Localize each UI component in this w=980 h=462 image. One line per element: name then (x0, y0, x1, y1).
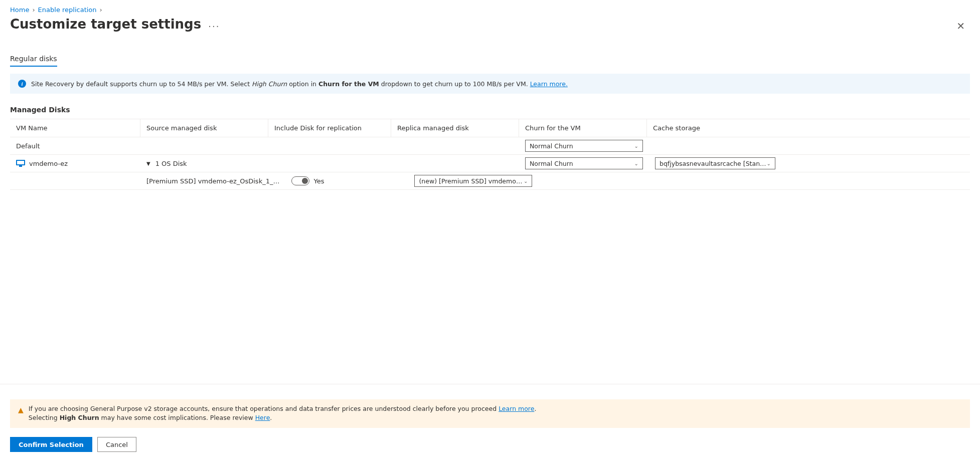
managed-disks-table: VM Name Source managed disk Include Disk… (10, 119, 970, 190)
vm-churn-dropdown[interactable]: Normal Churn ⌄ (525, 157, 643, 169)
info-learn-more-link[interactable]: Learn more. (530, 80, 568, 88)
table-header: VM Name Source managed disk Include Disk… (10, 119, 970, 137)
table-row-default: Default Normal Churn ⌄ (10, 137, 970, 155)
managed-disks-heading: Managed Disks (10, 106, 970, 114)
include-disk-toggle[interactable] (291, 176, 309, 185)
more-actions-icon[interactable]: ··· (208, 21, 220, 32)
confirm-selection-button[interactable]: Confirm Selection (10, 437, 92, 452)
chevron-down-icon: ⌄ (634, 143, 638, 149)
chevron-right-icon: › (32, 6, 35, 14)
col-replica: Replica managed disk (391, 119, 519, 137)
col-include: Include Disk for replication (268, 119, 391, 137)
table-row-vm: vmdemo-ez ▼ 1 OS Disk Normal Churn ⌄ bqf… (10, 155, 970, 172)
vm-name: vmdemo-ez (29, 160, 68, 167)
os-disk-summary: 1 OS Disk (155, 160, 187, 167)
chevron-right-icon: › (100, 6, 102, 14)
include-disk-label: Yes (313, 177, 324, 185)
info-banner: i Site Recovery by default supports chur… (10, 74, 970, 94)
page-title: Customize target settings (10, 17, 201, 32)
col-source: Source managed disk (140, 119, 268, 137)
tab-regular-disks[interactable]: Regular disks (10, 52, 57, 67)
cache-storage-dropdown[interactable]: bqfjybsasnevaultasrcache [Standar… ⌄ (655, 157, 775, 169)
col-churn: Churn for the VM (519, 119, 647, 137)
chevron-down-icon: ⌄ (634, 161, 638, 166)
col-vm-name: VM Name (10, 119, 140, 137)
replica-disk-dropdown[interactable]: (new) [Premium SSD] vmdemo-ez_… ⌄ (414, 175, 532, 187)
warning-icon: ▲ (18, 405, 24, 423)
svg-rect-1 (17, 161, 24, 164)
default-churn-dropdown[interactable]: Normal Churn ⌄ (525, 140, 643, 152)
warn-here-link[interactable]: Here (255, 414, 270, 421)
close-icon[interactable]: ✕ (951, 17, 970, 35)
default-label: Default (10, 140, 140, 152)
breadcrumb-home[interactable]: Home (10, 6, 29, 14)
warning-banner: ▲ If you are choosing General Purpose v2… (10, 399, 970, 428)
info-icon: i (18, 80, 26, 88)
chevron-down-icon: ⌄ (524, 178, 528, 184)
info-text: Site Recovery by default supports churn … (31, 80, 568, 88)
table-row-disk: [Premium SSD] vmdemo-ez_OsDisk_1_… Yes (… (10, 172, 970, 190)
warning-text: If you are choosing General Purpose v2 s… (29, 404, 537, 423)
breadcrumb-enable-replication[interactable]: Enable replication (38, 6, 97, 14)
col-cache: Cache storage (647, 119, 970, 137)
breadcrumb: Home › Enable replication › (10, 5, 970, 16)
source-disk-name: [Premium SSD] vmdemo-ez_OsDisk_1_… (146, 177, 279, 185)
svg-rect-2 (19, 165, 22, 167)
chevron-down-icon: ⌄ (767, 161, 771, 166)
expand-caret-icon[interactable]: ▼ (146, 161, 150, 166)
cancel-button[interactable]: Cancel (97, 437, 136, 452)
vm-icon (16, 160, 25, 167)
warn-learn-more-link[interactable]: Learn more (499, 405, 534, 412)
